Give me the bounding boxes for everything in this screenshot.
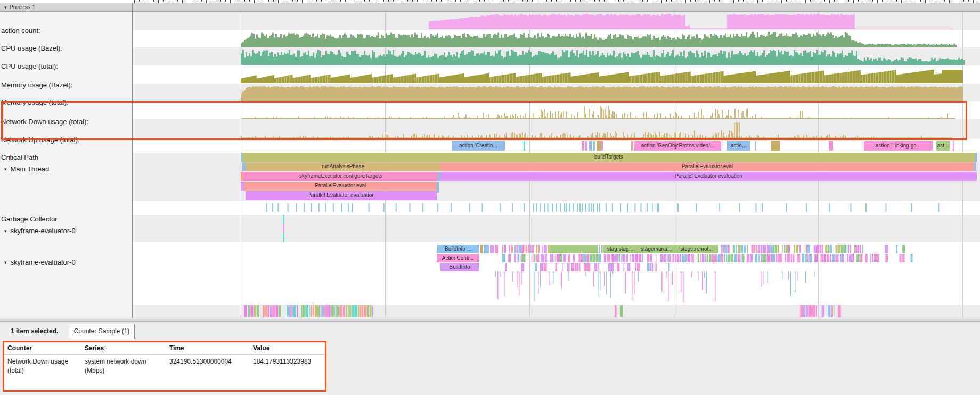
- slice-sliver[interactable]: [283, 224, 284, 233]
- slice-runanalysisphase[interactable]: runAnalysisPhase: [246, 162, 440, 171]
- slice-parallel-evaluator-evaluation[interactable]: Parallel Evaluator evaluation: [246, 191, 437, 200]
- slice-sliver[interactable]: [490, 245, 494, 253]
- slice-stage-remot[interactable]: stage.remot...: [675, 245, 718, 253]
- slice-act[interactable]: act...: [936, 141, 950, 151]
- tab-counter-sample[interactable]: Counter Sample (1): [69, 324, 135, 339]
- slice-sliver[interactable]: [631, 141, 633, 151]
- slice-actionconti[interactable]: ActionConti...: [437, 254, 479, 262]
- slice-sliver[interactable]: [771, 141, 780, 151]
- slice-buildinfo[interactable]: BuildInfo: [440, 263, 479, 271]
- slice-sliver[interactable]: [975, 153, 977, 162]
- slice-sliver[interactable]: [593, 141, 595, 151]
- table-highlight-annotation: [3, 341, 326, 392]
- slice-sliver[interactable]: [953, 141, 954, 151]
- slice-sliver[interactable]: [755, 141, 756, 151]
- slice-sliver[interactable]: [829, 141, 833, 151]
- slice-sliver[interactable]: [550, 245, 597, 253]
- slice-action-genobjcprotos-video[interactable]: action 'GenObjcProtos video/...: [634, 141, 721, 151]
- trace-viewer: ▾Process 1 action count: CPU usage (Baze…: [0, 0, 980, 395]
- slice-sliver[interactable]: [437, 182, 439, 193]
- slice-actio[interactable]: actio...: [727, 141, 750, 151]
- slice-sliver[interactable]: [585, 141, 587, 151]
- slice-sliver[interactable]: [484, 245, 489, 253]
- slice-action-linking-go[interactable]: action 'Linking go...: [864, 141, 933, 151]
- slice-sliver[interactable]: [597, 141, 601, 151]
- slice-sliver[interactable]: [524, 141, 525, 151]
- slice-stag-stag[interactable]: stag:stag...: [603, 245, 637, 253]
- slice-sliver[interactable]: [495, 245, 498, 253]
- slice-sliver[interactable]: [582, 141, 584, 151]
- selection-status: 1 item selected.: [11, 327, 58, 335]
- slice-parallelevaluator-eval[interactable]: ParallelEvaluator.eval: [244, 182, 437, 191]
- slice-sliver[interactable]: [601, 141, 603, 151]
- slice-skyframeexecutor-configuretargets[interactable]: skyframeExecutor.configureTargets: [244, 172, 438, 181]
- slice-buildtargets[interactable]: buildTargets: [242, 153, 975, 162]
- slice-sliver[interactable]: [974, 162, 976, 171]
- slice-stagemana[interactable]: stagemana...: [637, 245, 675, 253]
- slice-buildinfo[interactable]: BuildInfo ...: [437, 245, 479, 253]
- slice-sliver[interactable]: [480, 245, 483, 253]
- network-highlight-annotation: [1, 101, 967, 140]
- slice-parallel-evaluator-evaluation[interactable]: Parallel Evaluator evaluation: [440, 172, 977, 181]
- slice-sliver[interactable]: [589, 141, 592, 151]
- slice-parallelevaluator-eval[interactable]: ParallelEvaluator.eval: [440, 162, 974, 171]
- slice-action-creatin[interactable]: action 'Creatin...: [452, 141, 505, 151]
